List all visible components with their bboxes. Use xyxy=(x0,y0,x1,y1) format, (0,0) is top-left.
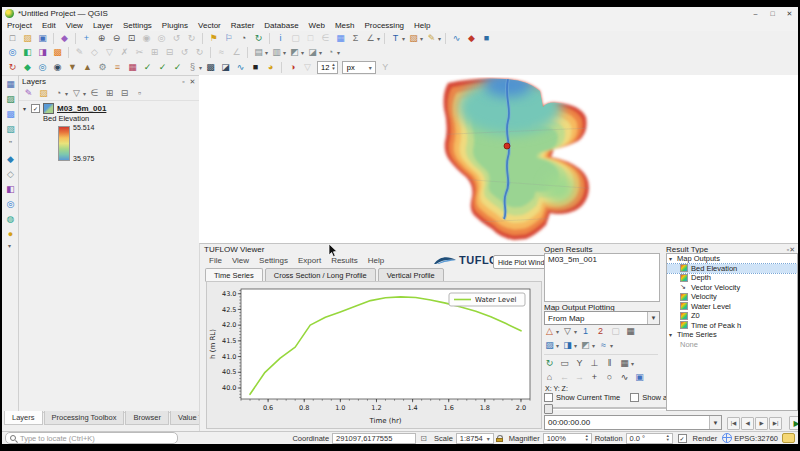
menu-web[interactable]: Web xyxy=(304,21,330,30)
open-result-item-m03-5m-001[interactable]: M03_5m_001 xyxy=(545,254,659,265)
add-delimited-text-icon[interactable]: ” xyxy=(4,138,17,151)
menu-processing[interactable]: Processing xyxy=(359,21,409,30)
open-results-list[interactable]: M03_5m_001 xyxy=(544,253,660,302)
combo-arrow-icon[interactable]: ▾ xyxy=(487,435,490,442)
new-project-icon[interactable]: □ xyxy=(6,32,19,45)
checkbox-show-current-time[interactable] xyxy=(544,393,553,402)
pan-map-icon[interactable]: + xyxy=(80,32,93,45)
timeseries-plot-dropdown-icon[interactable]: ▾ xyxy=(556,328,559,335)
open-layer-styling-icon[interactable]: ✎ xyxy=(22,87,35,100)
add-postgis-layer-icon[interactable]: ◆ xyxy=(4,153,17,166)
plugin-terrain-icon[interactable]: ◆ xyxy=(21,61,34,74)
menu-settings[interactable]: Settings xyxy=(254,256,293,265)
combo-arrow-icon[interactable]: ▼ xyxy=(709,416,721,429)
skip-to-start-button[interactable]: |◀ xyxy=(727,417,740,430)
undo-icon[interactable]: ↺ xyxy=(178,46,191,59)
save-project-icon[interactable]: ▣ xyxy=(36,32,49,45)
axis-markers-icon[interactable]: ‖ xyxy=(603,357,616,370)
refresh-map-icon[interactable]: ↻ xyxy=(252,32,265,45)
plot-grid-icon[interactable]: ◨ xyxy=(561,339,574,352)
plugin-settings-icon[interactable]: ⚙ xyxy=(96,61,109,74)
zoom-plot-icon[interactable]: ○ xyxy=(603,371,616,384)
expand-icon[interactable]: ▾ xyxy=(669,255,677,262)
tree-item-bed-elevation[interactable]: Bed Elevation xyxy=(667,264,797,274)
back-view-icon[interactable]: ← xyxy=(558,371,571,384)
menu-vector[interactable]: Vector xyxy=(193,21,226,30)
zoom-in-icon[interactable]: ⊕ xyxy=(95,32,108,45)
messages-icon[interactable] xyxy=(782,433,795,443)
text-annotation-icon[interactable]: T xyxy=(389,32,402,45)
add-xyz-layer-icon[interactable]: ● xyxy=(4,228,17,241)
plugin-refresh-icon[interactable]: ↻ xyxy=(6,61,19,74)
collapse-all-icon[interactable]: ⊟ xyxy=(118,87,131,100)
unit-combo[interactable]: px▾ xyxy=(342,61,376,74)
label-tools-group-dropdown-icon[interactable]: ▾ xyxy=(319,49,322,56)
size-spinner[interactable]: 12▲▼ xyxy=(317,61,338,74)
add-mssql-layer-icon[interactable]: ◧ xyxy=(4,183,17,196)
expand-all-icon[interactable]: ⊞ xyxy=(103,87,116,100)
data-source-manager-icon[interactable]: ▦ xyxy=(4,78,17,91)
locate-search-box[interactable]: Type to locate (Ctrl+K) xyxy=(5,432,178,444)
raster-tools-group-dropdown-icon[interactable]: ▾ xyxy=(265,49,268,56)
style-manager-icon[interactable]: ◆ xyxy=(58,32,71,45)
mesh-calculator-icon[interactable]: ▩ xyxy=(51,46,64,59)
render-checkbox[interactable]: ✓ xyxy=(678,434,687,443)
help-tools-group-dropdown-icon[interactable]: ▾ xyxy=(337,49,340,56)
tuflow-check-mesh-icon[interactable]: ✓ xyxy=(156,61,169,74)
save-plot-icon[interactable]: ▣ xyxy=(633,371,646,384)
toggle-editing-icon[interactable]: ✎ xyxy=(73,46,86,59)
flux-1d-icon[interactable]: 1 xyxy=(579,325,592,338)
label-tools-group-icon[interactable]: ◪ xyxy=(306,46,319,59)
tree-item-z0[interactable]: Z0 xyxy=(667,311,797,321)
new-bookmark-icon[interactable]: ⚑ xyxy=(207,32,220,45)
filter-by-expression-icon[interactable]: ∈ xyxy=(88,87,101,100)
arr-tool-icon[interactable]: ◑ xyxy=(286,61,299,74)
menu-edit[interactable]: Edit xyxy=(37,21,61,30)
menu-help[interactable]: Help xyxy=(409,21,435,30)
temporal-controller-icon[interactable]: ◔ xyxy=(237,32,250,45)
zoom-out-icon[interactable]: ⊖ xyxy=(110,32,123,45)
skip-to-end-button[interactable]: ▶| xyxy=(769,417,782,430)
legend-options-dropdown-icon[interactable]: ▾ xyxy=(631,360,634,367)
copy-features-icon[interactable]: ⊞ xyxy=(148,46,161,59)
pan-plot-icon[interactable]: + xyxy=(588,371,601,384)
spinner-arrows-icon[interactable]: ▲▼ xyxy=(585,434,589,442)
plugin-import-icon[interactable]: ▼ xyxy=(66,61,79,74)
filter-tool-icon[interactable]: Y xyxy=(379,61,392,74)
add-mesh-layer-icon[interactable]: ▧ xyxy=(4,123,17,136)
plot-from-tlf-icon[interactable]: ▨ xyxy=(543,339,556,352)
field-calculator-icon[interactable]: Σ xyxy=(349,32,362,45)
coordinate-field[interactable]: 291097,6177555 xyxy=(332,433,416,444)
add-spatialite-layer-icon[interactable]: ◇ xyxy=(4,168,17,181)
menu-raster[interactable]: Raster xyxy=(226,21,260,30)
tree-item-none[interactable]: None xyxy=(667,340,797,350)
cross-section-plot-dropdown-icon[interactable]: ▾ xyxy=(574,328,577,335)
expand-icon[interactable]: ▾ xyxy=(669,331,677,338)
tuflow-check-files-icon[interactable]: ✓ xyxy=(171,61,184,74)
zoom-to-selection-icon[interactable]: ◉ xyxy=(140,32,153,45)
open-attribute-table-icon[interactable]: ▦ xyxy=(334,32,347,45)
help-tools-group-icon[interactable]: ◔ xyxy=(324,46,337,59)
identify-features-icon[interactable]: i xyxy=(274,32,287,45)
add-wms-layer-icon[interactable]: ◎ xyxy=(4,198,17,211)
open-project-icon[interactable]: ▨ xyxy=(21,32,34,45)
legend-options-icon[interactable]: ▦ xyxy=(618,357,631,370)
forward-view-icon[interactable]: → xyxy=(573,371,586,384)
menu-export[interactable]: Export xyxy=(293,256,326,265)
spinner-arrows-icon[interactable]: ▲▼ xyxy=(666,434,670,442)
advanced-digitizing-icon[interactable]: ∠ xyxy=(230,46,243,59)
plot-points-icon[interactable]: ◩ xyxy=(579,339,592,352)
lock-scale-icon[interactable] xyxy=(496,435,504,442)
remove-layer-icon[interactable]: ▫ xyxy=(133,87,146,100)
plugin-export-icon[interactable]: ▲ xyxy=(81,61,94,74)
freeze-axis-icon[interactable]: ⊥ xyxy=(588,357,601,370)
plot-layout-icon[interactable]: ∿ xyxy=(618,371,631,384)
current-time-combo[interactable]: 00:00:00.00 ▼ xyxy=(544,415,722,430)
results-table-icon[interactable]: ▦ xyxy=(624,325,637,338)
layer-name[interactable]: M03_5m_001 xyxy=(57,104,106,113)
plot-flow-icon[interactable]: ≈ xyxy=(597,339,610,352)
tuflow-tab-cross-section-long-profile[interactable]: Cross Section / Long Profile xyxy=(265,268,376,282)
zoom-to-layer-icon[interactable]: ◎ xyxy=(155,32,168,45)
menu-project[interactable]: Project xyxy=(2,21,37,30)
layers-close-panel-icon[interactable]: ✕ xyxy=(188,78,197,86)
